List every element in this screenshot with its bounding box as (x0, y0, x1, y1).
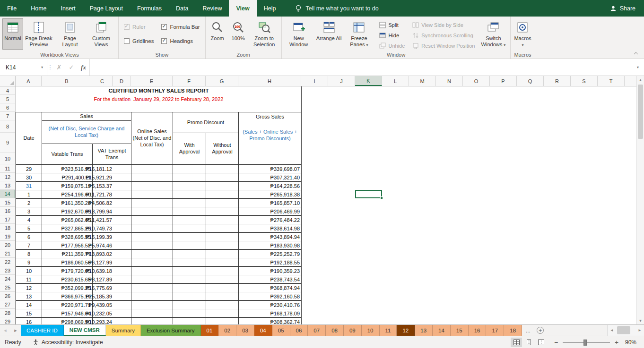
cell-promo-with[interactable] (173, 309, 206, 318)
ribbon-tab-formulas[interactable]: Formulas (130, 0, 169, 17)
cell-gross[interactable]: ₱307,321.40 (239, 173, 302, 182)
cell-date[interactable]: 6 (16, 233, 42, 241)
select-all-corner[interactable] (0, 76, 16, 86)
scroll-up-icon[interactable]: ▲ (637, 76, 644, 84)
cell-vat-exempt[interactable]: ₱11,421.57 (93, 216, 131, 224)
header-gross-sales[interactable]: Gross Sales (Sales + Online Sales + Prom… (239, 112, 302, 165)
cell-vatable[interactable]: ₱220,971.71 (42, 301, 93, 309)
zoom-to-selection-button[interactable]: Zoom to Selection (249, 18, 280, 50)
cell-vat-exempt[interactable]: ₱16,775.69 (93, 284, 131, 292)
row-header-6[interactable]: 6 (0, 103, 15, 112)
sheet-tab-14[interactable]: 14 (433, 325, 451, 336)
cell-promo-without[interactable] (206, 301, 239, 309)
cell-promo-without[interactable] (206, 250, 239, 258)
sheet-tab-10[interactable]: 10 (362, 325, 380, 336)
row-header-9[interactable]: 9 (0, 133, 15, 153)
sheet-tabs-overflow[interactable]: ... (522, 325, 534, 336)
cell-online-sales[interactable] (131, 309, 173, 318)
sheet-tab-13[interactable]: 13 (415, 325, 433, 336)
cell-online-sales[interactable] (131, 207, 173, 216)
cell-date[interactable]: 4 (16, 216, 42, 224)
column-header-J[interactable]: J (328, 76, 355, 86)
sheet-tab-15[interactable]: 15 (451, 325, 469, 336)
cell-date[interactable]: 9 (16, 258, 42, 267)
ribbon-tab-data[interactable]: Data (169, 0, 195, 17)
header-sales[interactable]: Sales (42, 112, 131, 121)
accessibility-status[interactable]: Accessibility: Investigate (28, 339, 108, 346)
row-header-7[interactable]: 7 (0, 112, 15, 120)
split-button[interactable]: Split (377, 20, 407, 29)
column-header-O[interactable]: O (463, 76, 490, 86)
cell-promo-with[interactable] (173, 182, 206, 190)
macros-button[interactable]: Macros▾ (512, 18, 533, 50)
scroll-left-icon[interactable]: ◄ (608, 325, 616, 336)
cell-promo-with[interactable] (173, 250, 206, 258)
page-layout-view-toggle[interactable] (523, 338, 534, 347)
zoom-100-button[interactable]: 100 100% (228, 18, 249, 50)
column-header-F[interactable]: F (173, 76, 206, 86)
cell-promo-with[interactable] (173, 241, 206, 250)
header-vat-exempt-trans[interactable]: VAT Exempt Trans (93, 144, 131, 165)
scroll-right-icon[interactable]: ► (635, 325, 644, 336)
header-with-approval[interactable]: With Approval (173, 133, 206, 165)
cell-date[interactable]: 15 (16, 309, 42, 318)
sheet-tab-12[interactable]: 12 (397, 325, 415, 336)
cell-promo-with[interactable] (173, 301, 206, 309)
header-vatable-trans[interactable]: Vatable Trans (42, 144, 93, 165)
horizontal-scroll-thumb[interactable] (617, 326, 630, 334)
cell-online-sales[interactable] (131, 182, 173, 190)
cell-date[interactable]: 29 (16, 165, 42, 173)
hide-button[interactable]: Hide (377, 31, 407, 40)
row-header-21[interactable]: 21 (0, 249, 15, 258)
row-header-29[interactable]: 29 (0, 317, 15, 324)
cell-promo-without[interactable] (206, 224, 239, 233)
cell-gross[interactable]: ₱192,188.55 (239, 258, 302, 267)
column-header-N[interactable]: N (436, 76, 463, 86)
cell-gross[interactable]: ₱206,469.99 (239, 207, 302, 216)
normal-view-button[interactable]: Normal (2, 18, 23, 50)
cell-promo-without[interactable] (206, 275, 239, 284)
checkbox-gridlines[interactable]: Gridlines (124, 36, 154, 46)
cell-gross[interactable]: ₱343,894.94 (239, 233, 302, 241)
cell-date[interactable]: 30 (16, 173, 42, 182)
sheet-tab-07[interactable]: 07 (308, 325, 326, 336)
cell-promo-without[interactable] (206, 182, 239, 190)
column-header-Q[interactable]: Q (517, 76, 544, 86)
cell-promo-without[interactable] (206, 207, 239, 216)
name-box-caret-icon[interactable]: ▾ (41, 65, 47, 69)
cell-vat-exempt[interactable]: ₱10,749.73 (93, 224, 131, 233)
report-title[interactable]: CERTIFIED MONTHLY SALES REPORT (16, 86, 302, 95)
cell-online-sales[interactable] (131, 216, 173, 224)
cell-online-sales[interactable] (131, 173, 173, 182)
ribbon-tab-home[interactable]: Home (24, 0, 53, 17)
cell-promo-with[interactable] (173, 267, 206, 275)
cell-vatable[interactable]: ₱177,956.52 (42, 241, 93, 250)
zoom-slider-thumb[interactable] (583, 340, 587, 346)
row-header-13[interactable]: 13 (0, 181, 15, 190)
cell-promo-with[interactable] (173, 173, 206, 182)
sheet-tab-02[interactable]: 02 (218, 325, 236, 336)
cell-gross[interactable]: ₱392,160.58 (239, 292, 302, 301)
share-button[interactable]: Share (601, 0, 644, 17)
cell-promo-with[interactable] (173, 199, 206, 207)
cell-vat-exempt[interactable]: ₱4,506.82 (93, 199, 131, 207)
unhide-button[interactable]: Unhide (377, 42, 407, 51)
cell-vat-exempt[interactable]: ₱10,293.24 (93, 318, 131, 324)
row-header-10[interactable]: 10 (0, 153, 15, 164)
row-header-4[interactable]: 4 (0, 86, 15, 95)
cell-date[interactable]: 14 (16, 301, 42, 309)
page-break-view-toggle[interactable] (535, 338, 547, 347)
ribbon-tab-help[interactable]: Help (257, 0, 283, 17)
ribbon-tab-view[interactable]: View (229, 0, 256, 17)
cell-date[interactable]: 2 (16, 199, 42, 207)
sheet-nav-next-icon[interactable]: ► (10, 325, 21, 336)
column-header-G[interactable]: G (206, 76, 238, 86)
sheet-tab-new-cmsr[interactable]: NEW CMSR (64, 325, 106, 336)
cell-gross[interactable]: ₱183,930.98 (239, 241, 302, 250)
cell-vat-exempt[interactable]: ₱25,185.39 (93, 292, 131, 301)
column-header-R[interactable]: R (544, 76, 571, 86)
column-header-P[interactable]: P (490, 76, 517, 86)
collapse-ribbon-button[interactable] (632, 50, 640, 57)
header-promo-discount[interactable]: Promo Discount (173, 112, 239, 133)
normal-view-toggle[interactable] (511, 338, 522, 347)
